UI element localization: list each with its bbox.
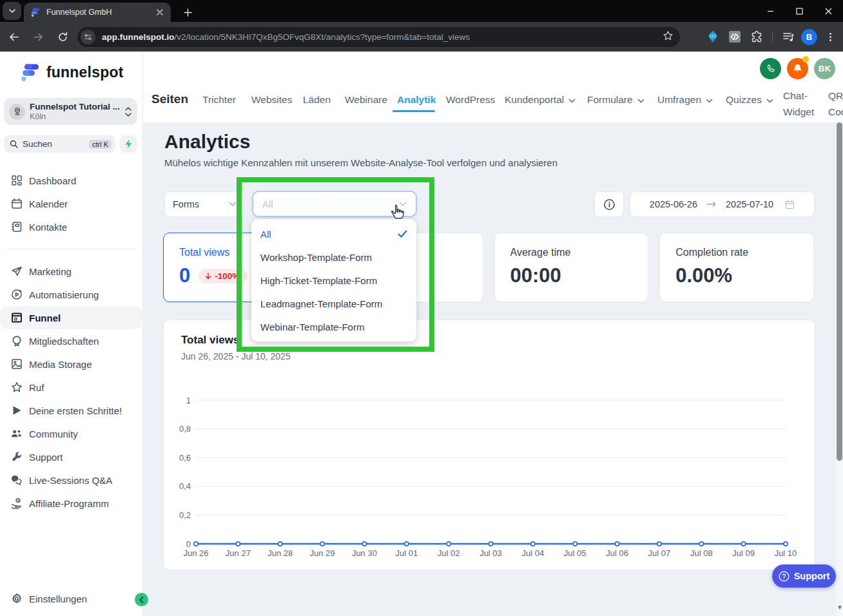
- nav-active-underline: [392, 110, 435, 112]
- calendar-icon: [785, 200, 795, 209]
- content-scrollbar[interactable]: ▼: [836, 122, 843, 616]
- nav-item-trichter[interactable]: Trichter: [202, 94, 236, 106]
- sidebar-divider: [6, 249, 137, 249]
- sidebar-item-funnel[interactable]: Funnel: [0, 306, 143, 329]
- location-pin-icon: [9, 104, 25, 120]
- nav-item-quizzes[interactable]: Quizzes: [726, 94, 773, 106]
- date-from[interactable]: 2025-06-26: [650, 199, 697, 209]
- back-button[interactable]: [3, 26, 24, 48]
- svg-text:Jul 10: Jul 10: [775, 548, 797, 558]
- window-close-button[interactable]: [814, 0, 843, 22]
- stat-card-completion-rate[interactable]: Completion rate0.00%: [659, 233, 814, 302]
- sidebar-collapse-button[interactable]: [135, 593, 148, 606]
- sidebar-item-affiliate-programm[interactable]: Affiliate-Programm: [0, 492, 143, 515]
- forward-button[interactable]: [27, 26, 49, 48]
- notifications-button[interactable]: [787, 58, 808, 79]
- header-actions: BK: [760, 58, 835, 79]
- user-avatar[interactable]: BK: [814, 58, 835, 79]
- type-select[interactable]: Forms: [164, 191, 245, 217]
- notification-dot: [802, 56, 809, 63]
- stat-card-average-time[interactable]: Average time00:00: [494, 233, 649, 302]
- dropdown-option-all[interactable]: All: [251, 222, 416, 245]
- brand-logo[interactable]: funnelspot: [21, 63, 124, 82]
- sidebar-item-ruf[interactable]: Ruf: [0, 376, 143, 399]
- page-subtitle: Mühelos wichtige Kennzahlen mit unserem …: [164, 157, 557, 168]
- bell-icon: [792, 63, 803, 74]
- sidebar-item-kalender[interactable]: Kalender: [0, 192, 143, 215]
- extensions-puzzle-icon[interactable]: [748, 28, 766, 46]
- search-input[interactable]: Suchen ctrl K: [4, 135, 115, 153]
- date-to[interactable]: 2025-07-10: [726, 199, 773, 209]
- dropdown-option-high-ticket-template-form[interactable]: High-Ticket-Template-Form: [251, 269, 416, 292]
- scrollbar-thumb[interactable]: [837, 122, 842, 461]
- nav-item-chat-widget[interactable]: Chat-Widget: [783, 88, 814, 120]
- dropdown-option-webinar-template-form[interactable]: Webinar-Template-Form: [251, 315, 416, 338]
- sidebar-item-media-storage[interactable]: Media Storage: [0, 352, 143, 376]
- address-bar[interactable]: app.funnelspot.io/v2/location/5NK3HI7QxB…: [77, 27, 680, 47]
- chevron-down-icon: [766, 94, 773, 106]
- phone-button[interactable]: [760, 58, 781, 79]
- image-icon: [10, 358, 23, 371]
- dropdown-option-leadmagnet-template-form[interactable]: Leadmagnet-Template-Form: [251, 292, 416, 315]
- code-extension-icon[interactable]: [726, 28, 744, 46]
- window-maximize-button[interactable]: [785, 0, 814, 22]
- tab-title: Funnelspot GmbH: [46, 8, 154, 17]
- tab-close-icon[interactable]: [154, 6, 166, 18]
- svg-text:Jun 30: Jun 30: [352, 548, 377, 558]
- location-selector[interactable]: Funnelspot Tutorial ... Köln: [4, 98, 137, 125]
- nav-item-l-den[interactable]: Läden: [303, 94, 331, 106]
- sidebar-item-community[interactable]: Community: [0, 422, 143, 445]
- svg-text:Jun 29: Jun 29: [310, 548, 335, 558]
- chart-card: Total views Jun 26, 2025 - Jul 10, 2025 …: [163, 320, 815, 570]
- window-minimize-button[interactable]: [756, 0, 785, 22]
- app-window: funnelspot Funnelspot Tutorial ... Köln …: [0, 52, 843, 616]
- page-content: Analytics Mühelos wichtige Kennzahlen mi…: [143, 122, 843, 616]
- sidebar-item-support[interactable]: Support: [0, 445, 143, 468]
- bookmark-star-icon[interactable]: [663, 30, 673, 44]
- stat-card-value: 0.00%: [675, 264, 732, 287]
- nav-item-analytik[interactable]: Analytik: [397, 94, 436, 106]
- star-icon: [10, 381, 23, 394]
- stat-card-title: Average time: [510, 247, 633, 258]
- nav-item-websites[interactable]: Websites: [251, 94, 292, 106]
- form-select[interactable]: All: [252, 191, 417, 217]
- info-button[interactable]: [594, 191, 624, 217]
- nav-item-wordpress[interactable]: WordPress: [446, 94, 495, 106]
- scrollbar-down-arrow[interactable]: ▼: [837, 604, 842, 610]
- line-chart: 00,20,40,60,81Jun 26Jun 27Jun 28Jun 29Ju…: [164, 320, 816, 571]
- nav-item-formulare[interactable]: Formulare: [587, 94, 644, 106]
- menu-kebab-icon[interactable]: [821, 28, 839, 46]
- tab-search-button[interactable]: [3, 2, 21, 20]
- sidebar-item-marketing[interactable]: Marketing: [0, 260, 143, 283]
- browser-tab[interactable]: Funnelspot GmbH: [24, 3, 171, 22]
- sidebar-item-kontakte[interactable]: Kontakte: [0, 215, 143, 238]
- date-range-picker[interactable]: 2025-06-26 2025-07-10: [630, 191, 815, 217]
- robot-extension-icon[interactable]: [704, 28, 722, 46]
- browser-tabstrip: Funnelspot GmbH: [0, 0, 843, 22]
- svg-text:Jul 03: Jul 03: [480, 548, 502, 558]
- media-playlist-icon[interactable]: [779, 28, 797, 46]
- nav-item-kundenportal[interactable]: Kundenportal: [505, 94, 576, 106]
- sidebar-item-label: Ruf: [29, 382, 44, 393]
- quick-actions-button[interactable]: [120, 135, 137, 153]
- dropdown-option-workshop-template-form[interactable]: Workshop-Template-Form: [251, 245, 416, 269]
- sidebar-item-live-sessions-q-a[interactable]: Live-Sessions Q&A: [0, 468, 143, 492]
- nav-item-webinare[interactable]: Webinare: [345, 94, 387, 106]
- sidebar-item-deine-ersten-schritte[interactable]: Deine ersten Schritte!: [0, 399, 143, 422]
- nav-item-umfragen[interactable]: Umfragen: [657, 94, 713, 106]
- svg-text:Jul 04: Jul 04: [522, 548, 545, 558]
- nav-item-qr-code[interactable]: QR-Code: [828, 88, 843, 120]
- url-text[interactable]: app.funnelspot.io/v2/location/5NK3HI7QxB…: [102, 32, 663, 42]
- search-placeholder: Suchen: [23, 139, 89, 149]
- browser-profile-avatar[interactable]: B: [801, 29, 817, 45]
- support-button[interactable]: Support: [772, 564, 836, 588]
- sidebar-item-automatisierung[interactable]: Automatisierung: [0, 283, 143, 306]
- new-tab-button[interactable]: [179, 4, 196, 21]
- hand-coin-icon: [10, 497, 23, 510]
- sidebar-item-einstellungen[interactable]: Einstellungen: [0, 587, 143, 610]
- sidebar-item-dashboard[interactable]: Dashboard: [0, 169, 143, 192]
- sidebar-item-mitgliedschaften[interactable]: Mitgliedschaften: [0, 329, 143, 352]
- nav-item-seiten[interactable]: Seiten: [151, 92, 188, 106]
- reload-button[interactable]: [52, 26, 73, 48]
- site-info-icon[interactable]: [81, 30, 95, 44]
